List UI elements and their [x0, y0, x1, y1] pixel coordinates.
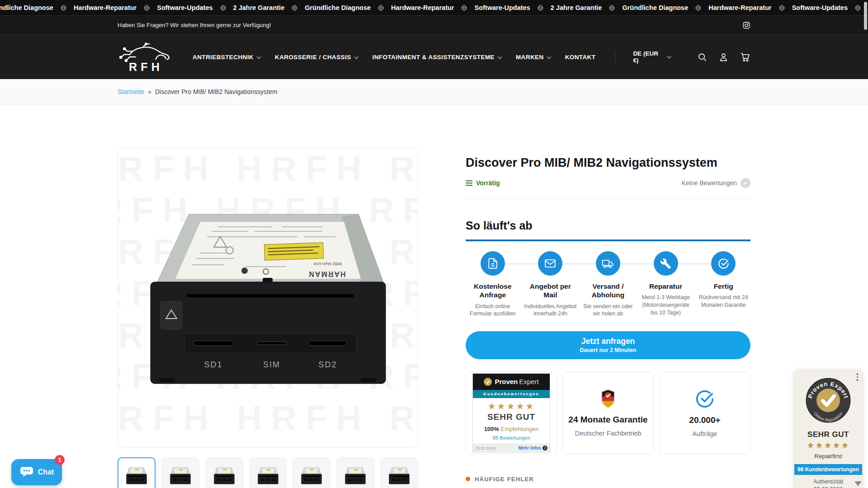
nav-marken[interactable]: MARKEN [516, 54, 552, 61]
globe-icon [144, 5, 150, 11]
nav-divider [615, 52, 616, 62]
check-circle-icon [717, 258, 730, 270]
proven-expert-float-badge[interactable]: Proven Expert Online Reputation SEHR GUT… [794, 370, 862, 488]
search-icon[interactable] [698, 52, 707, 62]
corner-triangle-icon [854, 481, 862, 486]
globe-icon [855, 5, 861, 11]
product-main-image[interactable]: RFH HRFH RFH HRFH RFH RFH HRFH RFH HRFH … [118, 147, 418, 447]
breadcrumb-home-link[interactable]: Startseite [118, 88, 144, 95]
availability-status: Vorrätig [466, 179, 500, 187]
thumbnail-device-art [297, 465, 326, 488]
proven-expert-seal: Proven Expert Online Reputation [805, 377, 852, 424]
more-info-link[interactable]: Mehr Infos i [518, 446, 547, 450]
process-steps: Kostenlose Anfrage Einfach online Formul… [466, 251, 750, 318]
chat-widget[interactable]: Chat 1 [11, 459, 62, 485]
proven-expert-card: ProvenExpert Kundenbewertungen ★★★★★ SEH… [466, 372, 557, 454]
announcement-text: Gründliche Diagnose [622, 4, 688, 11]
common-errors-section: HÄUFIGE FEHLER [466, 476, 750, 483]
orders-title: 20.000+ [689, 415, 720, 426]
orange-dot-icon [466, 477, 470, 481]
thumbnail-device-art [166, 465, 194, 488]
announcement-text: Hardware-Reparatur [74, 4, 137, 11]
product-gallery: RFH HRFH RFH HRFH RFH RFH HRFH RFH HRFH … [118, 105, 418, 488]
step-angebot: Angebot per Mail Individuelles Angebot i… [524, 251, 578, 318]
device-model-label: MIB2 Main-Unit [313, 262, 342, 266]
badge-rating: SEHR GUT [794, 430, 862, 439]
globe-icon [538, 5, 543, 11]
announcement-bar: Gründliche Diagnose Hardware-Reparatur S… [0, 0, 868, 15]
thumbnail[interactable] [292, 457, 330, 488]
thumbnail-device-art [210, 465, 238, 488]
thumbnail-device-art [341, 465, 369, 488]
chevron-down-icon [667, 56, 671, 59]
widget-date: 25.02.2026 [475, 446, 495, 450]
chat-bubble-icon [19, 466, 34, 479]
mail-icon [544, 258, 556, 269]
logo-text: RFH [129, 61, 163, 73]
slot-label-sim: SIM [263, 360, 280, 369]
german-shield-icon [599, 389, 617, 409]
thumbnail[interactable] [249, 457, 287, 488]
nav-antriebstechnik[interactable]: ANTRIEBSTECHNIK [193, 54, 261, 61]
orders-card: 20.000+ Aufträge [659, 372, 750, 454]
globe-icon [461, 5, 467, 11]
nav-kontakt[interactable]: KONTAKT [565, 54, 596, 61]
slot-label-sd1: SD1 [204, 360, 222, 369]
announcement-item: Gründliche Diagnose [622, 4, 701, 11]
announcement-item: Hardware-Reparatur [708, 4, 784, 11]
reviews-count-link[interactable]: 98 Bewertungen [473, 435, 550, 441]
globe-icon [61, 5, 66, 11]
chevron-down-icon [354, 56, 359, 59]
globe-icon [378, 5, 384, 11]
announcement-item: Gründliche Diagnose [0, 4, 66, 11]
request-now-button[interactable]: Jetzt anfragen Dauert nur 2 Minuten [466, 331, 750, 359]
thumbnail[interactable] [336, 457, 374, 488]
nav-infotainment[interactable]: INFOTAINMENT & ASSISTENZSYSTEME [373, 54, 502, 61]
announcement-text: 2 Jahre Garantie [551, 4, 602, 11]
chevron-down-icon [547, 56, 552, 59]
thumbnail-strip [118, 457, 418, 488]
announcement-item: Software-Updates [474, 4, 543, 11]
step-reparatur: Reparatur Meist 1-3 Werktage (Motorsteue… [639, 251, 693, 318]
orders-subtitle: Aufträge [693, 430, 717, 437]
badge-reviews-band: 98 Kundenbewertungen [794, 464, 862, 475]
site-header: RFH ANTRIEBSTECHNIK KAROSSERIE / CHASSIS… [0, 34, 868, 79]
cart-icon[interactable] [740, 52, 750, 62]
divider [466, 198, 750, 198]
globe-icon [292, 5, 297, 11]
thumbnail[interactable] [161, 457, 199, 488]
car-circuit-art [120, 43, 169, 61]
star-circle-icon: ★ [741, 178, 750, 188]
thumbnail[interactable] [380, 457, 418, 488]
badge-stars: ★★★★★ [794, 440, 862, 450]
thumbnail[interactable] [118, 457, 156, 488]
account-icon[interactable] [719, 52, 728, 62]
badge-auth-date: 25.02.2026 [794, 486, 862, 488]
heading-underline [466, 239, 750, 241]
badge-auth-label: Authentizität [794, 479, 862, 485]
proven-expert-widget[interactable]: ProvenExpert Kundenbewertungen ★★★★★ SEH… [472, 373, 550, 452]
locale-selector[interactable]: DE (EUR €) [633, 50, 671, 64]
thumbnail[interactable] [205, 457, 243, 488]
rating-label: SEHR GUT [473, 412, 550, 422]
step-anfrage: Kostenlose Anfrage Einfach online Formul… [466, 251, 520, 318]
chevron-down-icon [497, 56, 502, 59]
instagram-icon[interactable] [742, 21, 750, 29]
device-brand-label: HARMAN [308, 270, 345, 278]
scrollbar-thumb[interactable] [864, 2, 867, 30]
reviews-summary[interactable]: Keine Bewertungen ★ [682, 178, 750, 188]
info-bar: Haben Sie Fragen? Wir stehen Ihnen gerne… [0, 15, 868, 34]
thumbnail-device-art [123, 465, 151, 488]
brand-logo[interactable]: RFH [118, 41, 175, 73]
step-fertig: Fertig Rückversand mit 24 Monaten Garant… [696, 251, 750, 318]
breadcrumb: Startseite » Discover Pro MIB/ MIB2 Navi… [0, 79, 868, 105]
kebab-menu-icon[interactable] [857, 373, 859, 381]
wrench-icon [660, 258, 671, 269]
nav-karosserie-chassis[interactable]: KAROSSERIE / CHASSIS [275, 54, 359, 61]
announcement-text: Gründliche Diagnose [0, 4, 53, 11]
stock-list-icon [466, 180, 472, 186]
announcement-text: Software-Updates [157, 4, 212, 11]
truck-icon [602, 258, 614, 270]
breadcrumb-separator: » [148, 88, 151, 95]
announcement-item: 2 Jahre Garantie [233, 4, 298, 11]
